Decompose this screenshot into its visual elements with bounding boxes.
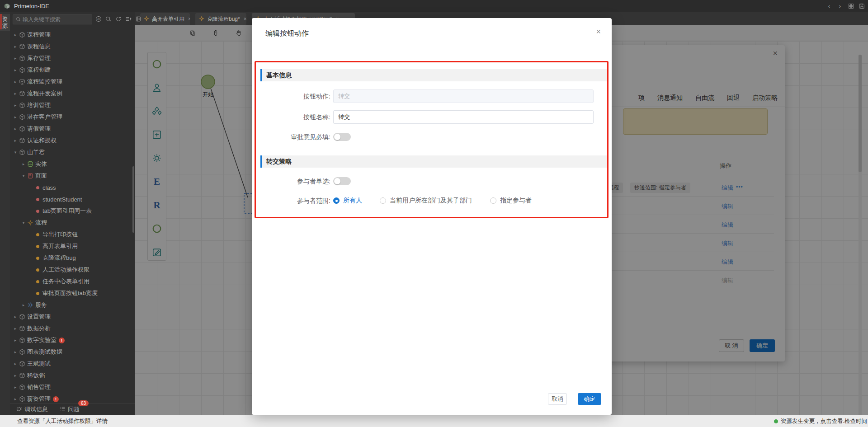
chevron-right-icon[interactable]: ▸ (13, 33, 18, 37)
ok-button[interactable]: 确定 (578, 393, 601, 405)
tree-item[interactable]: ▸图表测试数据 (10, 346, 135, 358)
tree-item[interactable]: ▸认证和授权 (10, 135, 135, 146)
tree-item[interactable]: ▸稀饭粥 (10, 370, 135, 381)
tree-item[interactable]: ▸流程开发案例 (10, 88, 135, 99)
chevron-right-icon[interactable]: › (836, 3, 844, 10)
tree-item[interactable]: ▾页面 (10, 170, 135, 182)
cube-icon (18, 348, 26, 356)
button-name-input[interactable] (333, 110, 594, 124)
chevron-right-icon[interactable]: ▸ (13, 373, 18, 378)
dot-red-icon (36, 186, 39, 189)
chevron-right-icon[interactable]: ▸ (21, 162, 26, 166)
comment-required-label: 审批意见必填: (252, 130, 330, 144)
chevron-right-icon[interactable]: ▸ (13, 350, 18, 354)
radio-icon[interactable] (490, 197, 496, 204)
editor-tab[interactable]: 克隆流程bug*× (195, 13, 246, 25)
chevron-right-icon[interactable]: ▸ (13, 385, 18, 389)
chevron-left-icon[interactable]: ‹ (826, 3, 833, 10)
dot-red-icon (33, 196, 42, 203)
chevron-right-icon[interactable]: ▸ (21, 303, 26, 307)
chevron-right-icon[interactable]: ▸ (13, 338, 18, 343)
chevron-right-icon[interactable]: ▸ (13, 326, 18, 331)
tree-item[interactable]: ▸数据分析 (10, 323, 135, 334)
tree-item-label: 设置管理 (27, 313, 51, 321)
tree-item[interactable]: ▸流程监控管理 (10, 76, 135, 88)
refresh-icon[interactable] (115, 15, 122, 23)
tree-item[interactable]: 高开表单引用 (10, 240, 135, 252)
scope-option[interactable]: 当前用户所在部门及其子部门 (380, 197, 472, 205)
tree-item[interactable]: ▾流程 (10, 217, 135, 229)
tree-item-label: 页面 (35, 172, 47, 180)
tree-item[interactable]: ▸服务 (10, 299, 135, 311)
search-input[interactable] (23, 16, 81, 23)
chevron-right-icon[interactable]: ▸ (13, 56, 18, 61)
chevron-right-icon[interactable]: ▸ (13, 314, 18, 319)
tree-item[interactable]: 克隆流程bug (10, 252, 135, 264)
tree-item[interactable]: 审批页面按钮tab宽度 (10, 287, 135, 299)
debug-info-item[interactable]: 调试信息 (16, 405, 48, 413)
tree-item[interactable]: ▸培训管理 (10, 99, 135, 111)
chevron-right-icon[interactable]: ▸ (13, 91, 18, 96)
tree-item[interactable]: ▸流程创建 (10, 64, 135, 76)
chevron-right-icon[interactable]: ▸ (13, 68, 18, 72)
chevron-right-icon[interactable]: ▸ (13, 44, 18, 49)
status-message[interactable]: 查看资源「人工活动操作权限」详情 (17, 415, 108, 427)
comment-required-toggle[interactable] (333, 133, 351, 141)
radio-selected-icon[interactable] (333, 197, 340, 204)
resource-change-notice[interactable]: 资源发生变更，点击查看.检查时间 17:2 (774, 415, 868, 427)
sidebar-bottom-bar: 调试信息 问题 63 (10, 403, 135, 415)
tree-item[interactable]: 人工活动操作权限 (10, 264, 135, 276)
chevron-right-icon[interactable]: ▸ (13, 80, 18, 84)
chevron-right-icon[interactable]: ▸ (13, 138, 18, 143)
chevron-right-icon[interactable]: ▸ (13, 397, 18, 401)
tree-item[interactable]: tab页面引用同一表 (10, 205, 135, 217)
outline-icon[interactable] (125, 15, 132, 23)
tab-close-icon[interactable]: × (244, 16, 246, 22)
tree-item[interactable]: ▸请假管理 (10, 123, 135, 135)
add-cube-icon[interactable] (105, 15, 112, 23)
chevron-right-icon[interactable]: ▸ (13, 115, 18, 119)
tree-item[interactable]: ▸实体 (10, 158, 135, 170)
tree-item[interactable]: ▸王斌测试 (10, 358, 135, 370)
ai-icon[interactable]: AI (95, 15, 102, 23)
cancel-button[interactable]: 取消 (548, 393, 567, 405)
cube-icon (18, 372, 26, 379)
problems-item[interactable]: 问题 63 (60, 405, 80, 413)
tree-item[interactable]: ▸课程信息 (10, 41, 135, 52)
tree-item[interactable]: ▾山羊君 (10, 146, 135, 158)
dot-orange-icon (33, 290, 42, 297)
participant-scope-label: 参与者范围: (252, 194, 330, 207)
tree-item[interactable]: ▸销售管理 (10, 381, 135, 393)
tree-item[interactable]: 任务中心表单引用 (10, 276, 135, 287)
sidebar-scrollbar[interactable] (132, 166, 134, 233)
close-icon[interactable]: × (596, 27, 601, 37)
chevron-down-icon[interactable]: ▾ (21, 174, 26, 178)
chevron-down-icon[interactable]: ▾ (21, 221, 26, 225)
chevron-right-icon[interactable]: ▸ (13, 103, 18, 108)
chevron-right-icon[interactable]: ▸ (13, 361, 18, 366)
resource-sidebar: AI ▸课程管理▸课程信息▸库存管理▸流程创建▸流程监控管理▸流程开发案例▸培训… (10, 12, 135, 415)
save-icon[interactable] (858, 3, 865, 10)
radio-icon[interactable] (380, 197, 386, 204)
tree-item[interactable]: ▸设置管理 (10, 311, 135, 323)
cube-icon (18, 313, 26, 320)
editor-tab[interactable]: 高开表单引用× (140, 13, 190, 25)
export-icon[interactable] (135, 15, 142, 23)
tab-close-icon[interactable]: × (188, 16, 190, 22)
single-select-toggle[interactable] (333, 177, 351, 185)
scope-option[interactable]: 所有人 (333, 197, 362, 205)
search-box[interactable] (13, 14, 92, 24)
tree-item[interactable]: ▸课程管理 (10, 29, 135, 41)
tree-item[interactable]: ▸库存管理 (10, 52, 135, 64)
tree-item[interactable]: studentStudent (10, 193, 135, 205)
tree-item[interactable]: ▸潜在客户管理 (10, 111, 135, 123)
chevron-down-icon[interactable]: ▾ (13, 150, 18, 155)
scope-option[interactable]: 指定参与者 (490, 197, 532, 205)
tree-item[interactable]: 导出打印按钮 (10, 229, 135, 240)
button-action-label: 按钮动作: (252, 89, 330, 103)
chevron-right-icon[interactable]: ▸ (13, 127, 18, 131)
dot-orange-icon (33, 231, 42, 238)
tree-item[interactable]: ▸数字实验室! (10, 334, 135, 346)
tree-item[interactable]: class (10, 182, 135, 193)
grid-icon[interactable] (847, 3, 854, 10)
